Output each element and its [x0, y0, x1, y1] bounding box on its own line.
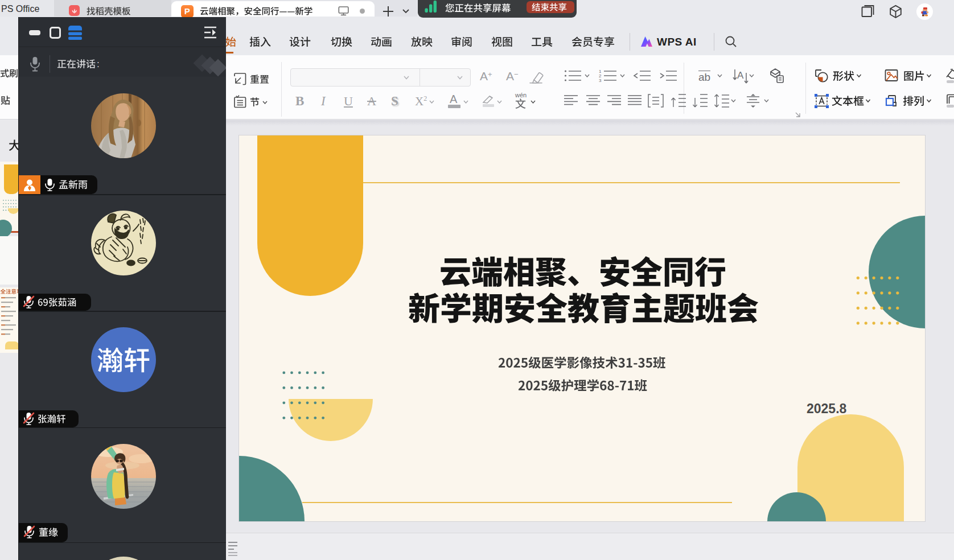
svg-text:A: A	[737, 70, 744, 81]
svg-text:3: 3	[599, 78, 602, 82]
